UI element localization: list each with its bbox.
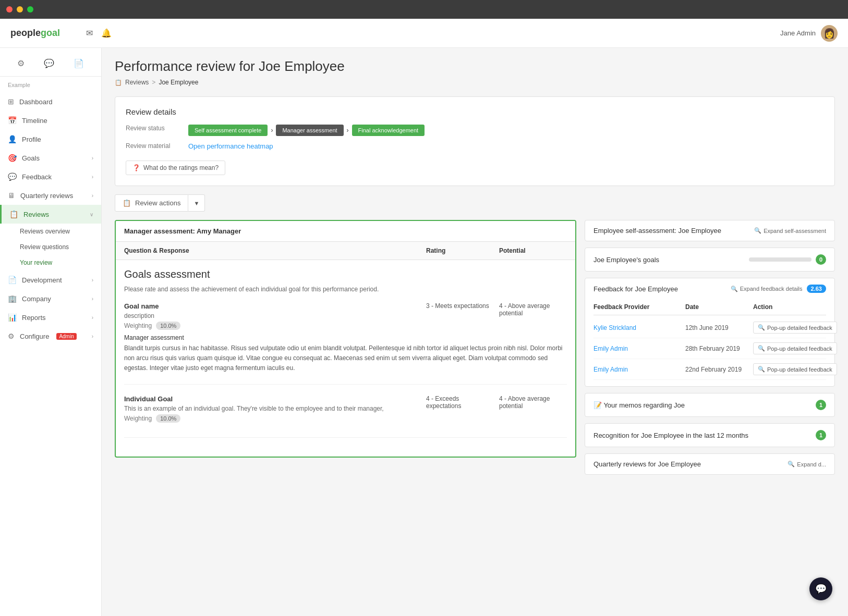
sidebar-item-reports[interactable]: 📊 Reports › <box>0 308 101 327</box>
feedback-action-3: 🔍 Pop-up detailed feedback <box>753 363 826 375</box>
sidebar-icon-gear[interactable]: ⚙ <box>17 58 25 68</box>
goal-1-weighting-badge: 10.0% <box>156 322 180 330</box>
review-actions-row: 📋 Review actions ▼ <box>115 194 835 212</box>
goal-1-weighting: Weighting 10.0% <box>124 322 426 330</box>
sidebar-item-dashboard-label: Dashboard <box>19 98 53 106</box>
review-material-link[interactable]: Open performance heatmap <box>188 142 273 150</box>
goal-item-2: Individual Goal This is an example of an… <box>124 395 567 438</box>
popup-feedback-btn-3[interactable]: 🔍 Pop-up detailed feedback <box>753 363 837 375</box>
review-actions-button[interactable]: 📋 Review actions <box>115 194 188 212</box>
sidebar-item-reviews-label: Reviews <box>23 211 49 218</box>
col-left: Manager assessment: Amy Manager Question… <box>115 220 576 475</box>
sidebar: ⚙ 💬 📄 Example ⊞ Dashboard 📅 Timeline <box>0 48 102 616</box>
col-question-header: Question & Response <box>124 247 426 254</box>
sidebar-item-goals[interactable]: 🎯 Goals › <box>0 149 101 167</box>
minimize-button[interactable] <box>17 6 23 13</box>
badge-arrow-2: › <box>346 127 350 134</box>
feedback-provider-2[interactable]: Emily Admin <box>593 345 685 352</box>
logo-goal: goal <box>41 28 60 39</box>
goals-card-title: Joe Employee's goals <box>593 256 659 264</box>
recognition-count-badge: 1 <box>816 430 826 440</box>
sidebar-sub-reviews-overview[interactable]: Reviews overview <box>20 224 101 239</box>
sidebar-item-configure-left: ⚙ Configure Admin <box>8 332 77 340</box>
expand-feedback[interactable]: 🔍 Expand feedback details <box>731 286 803 292</box>
popup-label-1: Pop-up detailed feedback <box>767 325 832 331</box>
expand-feedback-icon: 🔍 <box>731 286 738 292</box>
review-status-row: Review status Self assessment complete ›… <box>126 125 824 136</box>
sidebar-item-configure[interactable]: ⚙ Configure Admin › <box>0 327 101 346</box>
avatar: 👩 <box>821 25 838 42</box>
sidebar-item-reviews[interactable]: 📋 Reviews ∨ <box>0 205 101 224</box>
logo[interactable]: peoplegoal <box>10 28 60 39</box>
expand-quarterly-label: Expand d... <box>797 461 826 467</box>
goal-1-name-text: Goal name <box>124 302 426 310</box>
quarterly-icon: 🖥 <box>8 191 15 200</box>
review-details-title: Review details <box>126 107 824 116</box>
feedback-provider-1[interactable]: Kylie Strickland <box>593 324 685 331</box>
goals-card-header[interactable]: Joe Employee's goals 0 <box>585 248 834 271</box>
recognition-card-header[interactable]: Recognition for Joe Employee in the last… <box>585 424 834 447</box>
self-assessment-header[interactable]: Employee self-assessment: Joe Employee 🔍… <box>585 220 834 241</box>
configure-chevron-icon: › <box>92 334 93 339</box>
feedback-row-1: Kylie Strickland 12th June 2019 🔍 Pop-up… <box>593 317 826 338</box>
assessment-body: Goals assessment Please rate and assess … <box>116 260 575 457</box>
ratings-question-label: What do the ratings mean? <box>143 164 219 171</box>
expand-self-label: Expand self-assessment <box>764 228 826 234</box>
sidebar-item-timeline[interactable]: 📅 Timeline <box>0 111 101 130</box>
feedback-provider-3[interactable]: Emily Admin <box>593 366 685 373</box>
badge-manager-assessment: Manager assessment <box>276 125 343 136</box>
sidebar-item-dashboard[interactable]: ⊞ Dashboard <box>0 92 101 111</box>
company-icon: 🏢 <box>8 294 17 303</box>
sidebar-item-profile[interactable]: 👤 Profile <box>0 130 101 149</box>
expand-quarterly[interactable]: 🔍 Expand d... <box>788 461 826 467</box>
feedback-card-header[interactable]: Feedback for Joe Employee 🔍 Expand feedb… <box>585 278 834 299</box>
expand-self-assessment[interactable]: 🔍 Expand self-assessment <box>754 227 826 234</box>
quarterly-card-header[interactable]: Quarterly reviews for Joe Employee 🔍 Exp… <box>585 454 834 474</box>
sidebar-item-company[interactable]: 🏢 Company › <box>0 289 101 308</box>
top-nav-right: Jane Admin 👩 <box>780 25 838 42</box>
dropdown-arrow-icon: ▼ <box>193 200 199 206</box>
sidebar-sub-review-questions[interactable]: Review questions <box>20 239 101 255</box>
sidebar-sub-your-review[interactable]: Your review <box>20 255 101 270</box>
admin-badge: Admin <box>56 333 76 340</box>
goal-1-rating: 3 - Meets expectations <box>426 302 499 310</box>
sidebar-icon-chat[interactable]: 💬 <box>44 58 54 68</box>
popup-icon-1: 🔍 <box>758 324 765 331</box>
maximize-button[interactable] <box>27 6 33 13</box>
review-actions-dropdown[interactable]: ▼ <box>188 194 205 212</box>
popup-feedback-btn-2[interactable]: 🔍 Pop-up detailed feedback <box>753 342 837 354</box>
assessment-panel: Manager assessment: Amy Manager Question… <box>115 220 576 458</box>
question-circle-icon: ❓ <box>132 164 140 171</box>
col-potential-header: Potential <box>499 247 567 254</box>
nav-icons: ✉ 🔔 <box>86 28 112 38</box>
goal-2-description: This is an example of an individual goal… <box>124 405 426 412</box>
ratings-question-btn[interactable]: ❓ What do the ratings mean? <box>126 161 225 175</box>
sidebar-item-development[interactable]: 📄 Development › <box>0 270 101 289</box>
sidebar-item-feedback[interactable]: 💬 Feedback › <box>0 167 101 186</box>
sidebar-item-quarterly[interactable]: 🖥 Quarterly reviews › <box>0 186 101 205</box>
goal-1-assessment-label: Manager assessment <box>124 334 567 341</box>
popup-icon-2: 🔍 <box>758 345 765 352</box>
email-icon[interactable]: ✉ <box>86 28 93 38</box>
sidebar-icon-doc[interactable]: 📄 <box>74 58 84 68</box>
reviews-overview-label: Reviews overview <box>20 228 70 235</box>
sidebar-item-reports-left: 📊 Reports <box>8 313 46 322</box>
sidebar-item-goals-label: Goals <box>22 154 40 162</box>
goal-2-name-text: Individual Goal <box>124 395 426 403</box>
goal-2-weighting: Weighting 10.0% <box>124 414 426 423</box>
dashboard-icon: ⊞ <box>8 97 14 106</box>
sidebar-item-profile-label: Profile <box>22 135 41 143</box>
feedback-date-1: 12th June 2019 <box>685 324 753 331</box>
review-material-row: Review material Open performance heatmap <box>126 142 824 150</box>
close-button[interactable] <box>6 6 13 13</box>
col-right: Employee self-assessment: Joe Employee 🔍… <box>585 220 835 475</box>
status-badges: Self assessment complete › Manager asses… <box>188 125 824 136</box>
memos-card-header[interactable]: 📝 Your memos regarding Joe 1 <box>585 393 834 416</box>
popup-feedback-btn-1[interactable]: 🔍 Pop-up detailed feedback <box>753 322 837 334</box>
col-rating-header: Rating <box>426 247 499 254</box>
breadcrumb-parent[interactable]: Reviews <box>125 79 149 86</box>
bell-icon[interactable]: 🔔 <box>101 28 112 38</box>
main-layout: ⚙ 💬 📄 Example ⊞ Dashboard 📅 Timeline <box>0 48 848 616</box>
review-details-body: Review details Review status Self assess… <box>115 97 834 186</box>
chat-bubble[interactable]: 💬 <box>809 577 832 600</box>
